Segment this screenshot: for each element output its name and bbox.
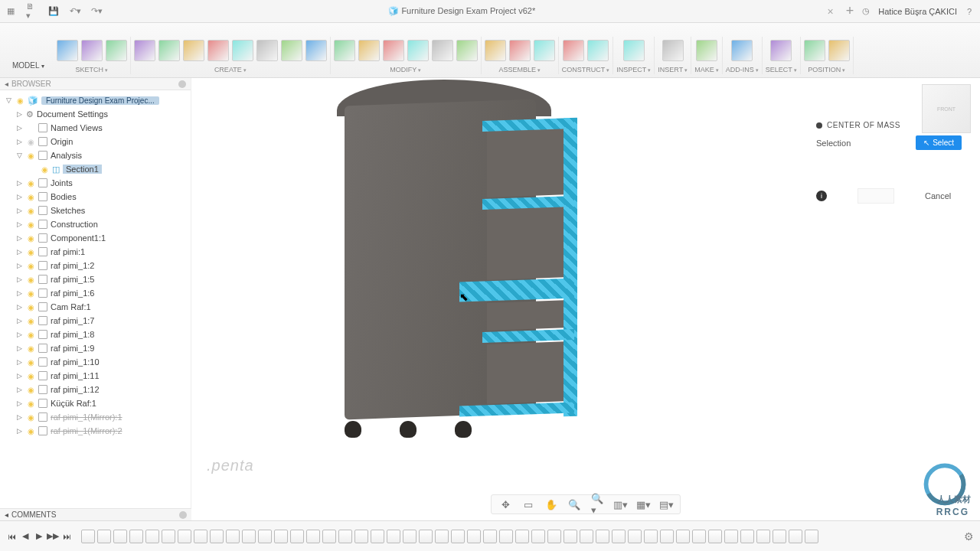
visibility-bulb-icon[interactable]: ◉	[26, 303, 35, 311]
ribbon-tool-icon[interactable]	[183, 40, 204, 61]
timeline-feature[interactable]	[660, 530, 674, 543]
expand-icon[interactable]: ▷	[15, 179, 23, 187]
timeline-feature[interactable]	[451, 530, 465, 543]
expand-icon[interactable]: ▷	[15, 358, 23, 366]
ribbon-group-label[interactable]: MAKE	[694, 66, 719, 74]
ribbon-tool-icon[interactable]	[57, 40, 78, 61]
expand-icon[interactable]: ▷	[15, 399, 23, 407]
expand-icon[interactable]: ▷	[15, 317, 23, 324]
timeline-feature[interactable]	[354, 530, 368, 543]
expand-icon[interactable]: ▷	[15, 427, 23, 435]
timeline-feature[interactable]	[403, 530, 416, 543]
timeline-feature[interactable]	[596, 530, 609, 543]
timeline-end-icon[interactable]: ⏭	[61, 531, 72, 542]
expand-icon[interactable]: ▷	[15, 124, 23, 132]
timeline-feature[interactable]	[387, 530, 400, 543]
visibility-bulb-icon[interactable]: ◉	[26, 276, 35, 284]
app-menu-icon[interactable]: ▦	[5, 5, 17, 18]
expand-icon[interactable]: ▷	[15, 248, 23, 256]
close-tab-icon[interactable]: ×	[828, 5, 834, 18]
visibility-bulb-icon[interactable]: ◉	[26, 358, 35, 367]
timeline-prev-icon[interactable]: ◀	[20, 531, 31, 542]
ribbon-group-label[interactable]: ASSEMBLE	[499, 66, 541, 74]
select-button[interactable]: ↖ Select	[916, 135, 962, 150]
tree-item[interactable]: ▷◉raf pimi_1:2	[0, 259, 191, 272]
tree-item[interactable]: ▷◉Construction	[0, 217, 191, 231]
tree-item[interactable]: ▷◉Cam Raf:1	[0, 300, 191, 314]
timeline-feature[interactable]	[145, 530, 159, 543]
zoom-icon[interactable]: 🔍	[568, 498, 580, 510]
ribbon-tool-icon[interactable]	[232, 40, 253, 61]
look-at-icon[interactable]: ▭	[522, 498, 534, 510]
expand-icon[interactable]: ▽	[5, 96, 12, 104]
expand-icon[interactable]: ▷	[15, 138, 23, 145]
timeline-feature[interactable]	[194, 530, 207, 543]
timeline-feature[interactable]	[290, 530, 304, 543]
ribbon-tool-icon[interactable]	[662, 40, 684, 61]
ribbon-group-label[interactable]: CREATE	[214, 66, 247, 74]
new-tab-icon[interactable]: +	[846, 3, 854, 19]
visibility-bulb-icon[interactable]: ◉	[26, 220, 35, 229]
workspace-switcher[interactable]: MODEL	[6, 57, 51, 74]
visibility-bulb-icon[interactable]: ◉	[26, 152, 35, 160]
visibility-bulb-icon[interactable]: ◉	[26, 262, 35, 270]
ribbon-tool-icon[interactable]	[770, 40, 792, 61]
timeline-feature[interactable]	[258, 530, 272, 543]
expand-icon[interactable]: ▷	[15, 207, 23, 214]
tree-item[interactable]: ▷◉Joints	[0, 176, 191, 190]
timeline-feature[interactable]	[97, 530, 111, 543]
visibility-bulb-icon[interactable]: ◉	[26, 386, 35, 394]
cancel-button[interactable]: Cancel	[925, 191, 951, 201]
timeline-feature[interactable]	[724, 530, 738, 543]
timeline-feature[interactable]	[756, 530, 770, 543]
ribbon-tool-icon[interactable]	[134, 40, 155, 61]
expand-icon[interactable]: ▷	[15, 276, 23, 283]
ribbon-tool-icon[interactable]	[358, 40, 380, 61]
redo-icon[interactable]: ↷▾	[90, 5, 103, 18]
expand-icon[interactable]: ▷	[15, 234, 23, 242]
timeline-feature[interactable]	[773, 530, 786, 543]
timeline-feature[interactable]	[547, 530, 561, 543]
ribbon-tool-icon[interactable]	[305, 40, 327, 61]
tree-item[interactable]: ▷◉raf pimi_1:10	[0, 355, 191, 369]
ribbon-tool-icon[interactable]	[334, 40, 355, 61]
tree-item[interactable]: ▷◉Bodies	[0, 190, 191, 204]
expand-icon[interactable]: ▽	[15, 152, 23, 159]
expand-icon[interactable]: ▷	[15, 110, 23, 118]
timeline-feature[interactable]	[274, 530, 288, 543]
timeline-play-icon[interactable]: ▶	[34, 531, 44, 542]
job-status-icon[interactable]: ◷	[860, 5, 872, 18]
timeline-feature[interactable]	[805, 530, 818, 543]
ribbon-tool-icon[interactable]	[106, 40, 127, 61]
visibility-bulb-icon[interactable]: ◉	[26, 413, 35, 422]
ribbon-tool-icon[interactable]	[623, 40, 645, 61]
ribbon-tool-icon[interactable]	[534, 40, 555, 61]
tree-item[interactable]: ▷◉raf pimi_1:5	[0, 272, 191, 286]
viewport-layout-icon[interactable]: ▤▾	[660, 498, 672, 510]
ribbon-tool-icon[interactable]	[81, 40, 103, 61]
ribbon-tool-icon[interactable]	[456, 40, 478, 61]
ribbon-group-label[interactable]: POSITION	[808, 66, 845, 74]
timeline-feature[interactable]	[338, 530, 352, 543]
tree-item[interactable]: ▷◉raf pimi_1(Mirror):1	[0, 410, 191, 424]
comments-panel-header[interactable]: ◂COMMENTS	[0, 508, 191, 520]
ribbon-group-label[interactable]: INSPECT	[616, 66, 651, 74]
ribbon-tool-icon[interactable]	[731, 40, 753, 61]
user-name-label[interactable]: Hatice Büşra ÇAKICI	[878, 7, 957, 16]
visibility-bulb-icon[interactable]: ◉	[26, 289, 35, 298]
visibility-bulb-icon[interactable]: ◉	[26, 317, 35, 325]
timeline-feature[interactable]	[612, 530, 626, 543]
ribbon-tool-icon[interactable]	[256, 40, 278, 61]
help-icon[interactable]: ?	[963, 5, 975, 18]
timeline-feature[interactable]	[564, 530, 577, 543]
tree-item[interactable]: ▷◉raf pimi_1:7	[0, 314, 191, 328]
timeline-start-icon[interactable]: ⏮	[6, 531, 17, 542]
visibility-bulb-icon[interactable]: ◉	[40, 165, 49, 174]
browser-pin-icon[interactable]	[178, 80, 186, 88]
ribbon-group-label[interactable]: SKETCH	[76, 66, 109, 74]
ribbon-tool-icon[interactable]	[804, 40, 825, 61]
expand-icon[interactable]: ▷	[15, 289, 23, 297]
pan-icon[interactable]: ✋	[545, 498, 557, 510]
tree-item[interactable]: ▷◉Component1:1	[0, 231, 191, 245]
tree-item[interactable]: ▽◉Analysis	[0, 148, 191, 162]
